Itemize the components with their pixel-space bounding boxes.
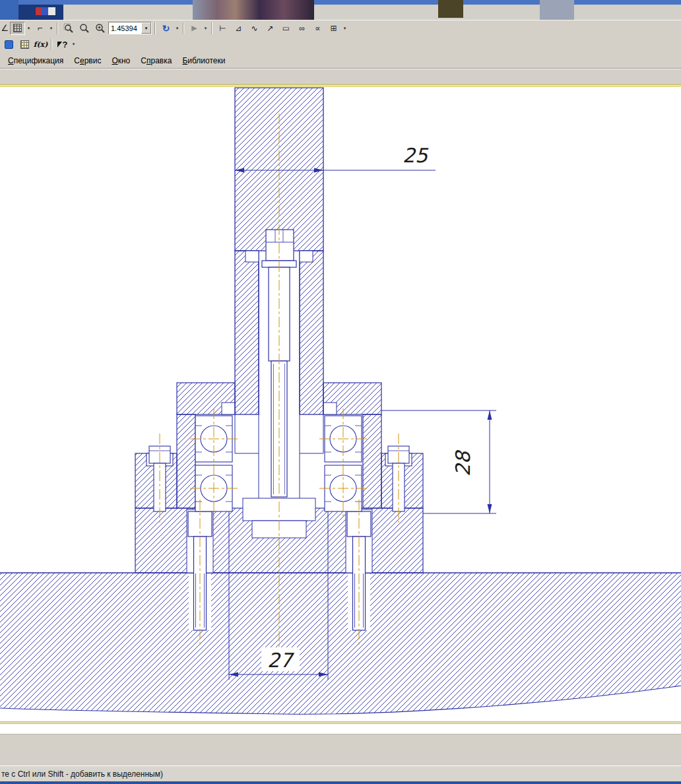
zoom-in-button[interactable] (92, 22, 108, 35)
selection-arrow-button[interactable]: ▶ (187, 22, 202, 35)
toolbar-standard: f(x) ? ▾ (0, 36, 681, 53)
toolbar-separator (51, 38, 52, 50)
corner-tool-icon: ∠ (1, 23, 9, 33)
fx-icon: f(x) (34, 40, 48, 49)
zoom-scale-value: 1.45394 (109, 24, 141, 32)
toolbar-overflow-dropdown[interactable]: ▾ (71, 42, 77, 47)
measure-curve-icon[interactable]: ∿ (247, 22, 262, 35)
grid-icon (13, 24, 22, 32)
find-icon[interactable]: ∞ (294, 22, 309, 35)
statusbar: те с Ctrl или Shift - добавить к выделен… (0, 766, 681, 781)
zoom-area-button[interactable] (77, 22, 92, 35)
corner-tool-button[interactable]: ∠ (1, 22, 9, 35)
dimension-27-label: 27 (267, 649, 294, 672)
zoom-scale-dropdown[interactable]: ▾ (141, 22, 151, 34)
help-cursor-icon (57, 42, 62, 48)
measure-node-icon[interactable]: ↗ (263, 22, 278, 35)
catalog-button[interactable] (17, 38, 32, 51)
titlebar-artifact (540, 0, 574, 20)
zoom-area-icon (79, 23, 90, 34)
titlebar (0, 0, 681, 20)
toolbar-separator (183, 22, 184, 34)
statusbar-message: те с Ctrl или Shift - добавить к выделен… (1, 769, 163, 779)
toolbar-separator (57, 22, 58, 34)
titlebar-artifact (193, 0, 314, 20)
zoom-frame-icon (63, 23, 74, 34)
selection-arrow-dropdown[interactable]: ▾ (203, 26, 209, 31)
find-in-doc-icon[interactable]: ∝ (310, 22, 325, 35)
titlebar-artifact (36, 7, 55, 15)
refresh-button[interactable]: ↻ (158, 22, 174, 35)
ortho-icon: ⌐ (38, 23, 43, 33)
canvas-margin-bottom (0, 726, 681, 734)
selection-arrow-icon: ▶ (191, 24, 197, 32)
ortho-button[interactable]: ⌐ (32, 22, 48, 35)
titlebar-artifact (0, 0, 18, 20)
grid-dropdown[interactable]: ▾ (26, 26, 32, 31)
drawing-canvas[interactable]: 25 28 27 (0, 84, 681, 726)
panel-gap (0, 734, 681, 766)
menu-item-window[interactable]: Окно (106, 54, 135, 67)
titlebar-artifact (438, 0, 463, 18)
fx-variables-button[interactable]: f(x) (33, 38, 48, 51)
zoom-frame-button[interactable] (61, 22, 76, 35)
dimension-25-label: 25 (403, 144, 429, 167)
dimension-28-label: 28 (451, 449, 474, 476)
toolbar-separator (211, 22, 212, 34)
menu-item-specification[interactable]: Спецификация (3, 54, 69, 67)
menu-item-service[interactable]: Сервис (69, 54, 106, 67)
toolbar-view: ∠ ▾ ⌐ ▾ (0, 20, 681, 36)
refresh-icon: ↻ (162, 23, 170, 34)
menubar: Спецификация Сервис Окно Справка Библиот… (0, 53, 681, 69)
refresh-dropdown[interactable]: ▾ (174, 26, 180, 31)
context-help-button[interactable]: ? (55, 38, 70, 51)
drawing-viewport: 25 28 27 (0, 84, 681, 726)
toolbar-overflow-dropdown[interactable]: ▾ (342, 26, 348, 31)
titlebar-edge (0, 0, 681, 5)
toolbar-separator (154, 22, 156, 34)
menu-item-help[interactable]: Справка (135, 54, 177, 67)
report-table-icon[interactable]: ⊞ (326, 22, 341, 35)
measure-area-icon[interactable]: ▭ (278, 22, 294, 35)
catalog-icon (20, 40, 29, 49)
grid-toggle-button[interactable] (10, 22, 25, 35)
taskbar-edge (0, 781, 681, 784)
zoom-scale-combobox[interactable]: 1.45394 ▾ (108, 22, 152, 34)
question-icon: ? (63, 40, 68, 49)
base-plate (0, 573, 681, 714)
document-button[interactable] (1, 38, 16, 51)
measure-toolbar-group: ⊢ ⊿ ∿ ↗ ▭ ∞ (215, 22, 341, 35)
menu-item-libraries[interactable]: Библиотеки (177, 54, 230, 67)
zoom-in-icon (95, 23, 106, 34)
measure-distance-icon[interactable]: ⊢ (215, 22, 230, 35)
application-window: ∠ ▾ ⌐ ▾ (0, 0, 681, 784)
document-icon (5, 40, 13, 49)
ortho-dropdown[interactable]: ▾ (48, 26, 54, 31)
measure-angle-icon[interactable]: ⊿ (231, 22, 246, 35)
canvas-margin-top (0, 69, 681, 84)
